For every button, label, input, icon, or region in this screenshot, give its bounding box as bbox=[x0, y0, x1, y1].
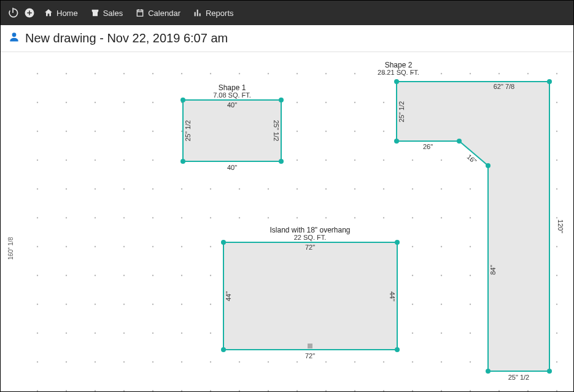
shape-2-area: 28.21 SQ. FT. bbox=[378, 69, 419, 76]
svg-point-57 bbox=[354, 131, 355, 132]
svg-point-199 bbox=[66, 361, 67, 363]
svg-point-115 bbox=[383, 217, 384, 218]
person-icon bbox=[8, 31, 20, 46]
svg-point-125 bbox=[123, 246, 125, 247]
shape-1-dim-bottom: 40" bbox=[227, 164, 237, 171]
svg-point-141 bbox=[37, 275, 38, 276]
drawing-canvas[interactable]: {"startX":60,"startY":35,"step":47,"cols… bbox=[1, 52, 573, 391]
svg-point-50 bbox=[152, 131, 153, 132]
svg-point-180 bbox=[66, 332, 67, 334]
svg-point-225 bbox=[268, 390, 269, 391]
svg-point-79 bbox=[441, 159, 442, 161]
svg-point-83 bbox=[556, 159, 557, 161]
svg-point-253 bbox=[394, 139, 399, 144]
svg-point-210 bbox=[383, 361, 384, 363]
svg-point-201 bbox=[123, 361, 125, 363]
svg-point-244 bbox=[221, 347, 226, 352]
svg-point-165 bbox=[181, 304, 182, 305]
svg-point-15 bbox=[239, 73, 240, 74]
svg-point-51 bbox=[181, 131, 182, 132]
shape-island[interactable]: Island with 18" overhang 22 SQ. FT. 72" … bbox=[221, 226, 400, 359]
svg-point-87 bbox=[123, 188, 125, 190]
svg-point-224 bbox=[239, 390, 240, 391]
svg-point-245 bbox=[395, 347, 400, 352]
nav-sales[interactable]: Sales bbox=[87, 6, 127, 20]
svg-point-31 bbox=[152, 102, 153, 103]
svg-rect-3 bbox=[141, 9, 142, 11]
svg-point-45 bbox=[556, 102, 557, 103]
svg-point-216 bbox=[556, 361, 557, 363]
svg-point-99 bbox=[470, 188, 471, 190]
svg-point-212 bbox=[441, 361, 442, 363]
svg-point-173 bbox=[412, 304, 413, 305]
shape-1-dim-left: 25" 1/2 bbox=[184, 120, 192, 142]
svg-point-122 bbox=[37, 246, 38, 247]
svg-point-116 bbox=[412, 217, 413, 218]
svg-point-113 bbox=[325, 217, 327, 218]
svg-point-202 bbox=[152, 361, 153, 363]
shape-2-dim-top: 62" 7/8 bbox=[494, 83, 515, 90]
svg-point-240 bbox=[279, 159, 284, 164]
svg-point-235 bbox=[556, 390, 557, 391]
svg-point-114 bbox=[354, 217, 355, 218]
shape-2-dim-inner-right: 84" bbox=[489, 265, 497, 275]
svg-point-76 bbox=[354, 159, 355, 161]
svg-point-26 bbox=[556, 73, 557, 74]
shape-1-area: 7.08 SQ. FT. bbox=[213, 91, 251, 99]
svg-point-203 bbox=[181, 361, 182, 363]
svg-point-194 bbox=[470, 332, 471, 334]
svg-point-146 bbox=[181, 275, 182, 276]
svg-point-227 bbox=[325, 390, 327, 391]
svg-point-28 bbox=[66, 102, 67, 103]
svg-point-78 bbox=[412, 159, 413, 161]
svg-rect-241 bbox=[223, 242, 397, 350]
svg-point-238 bbox=[279, 98, 284, 102]
svg-point-252 bbox=[457, 139, 462, 144]
svg-point-213 bbox=[470, 361, 471, 363]
svg-point-112 bbox=[297, 217, 298, 218]
island-area: 22 SQ. FT. bbox=[294, 234, 327, 241]
island-label: Island with 18" overhang bbox=[270, 226, 350, 234]
svg-rect-236 bbox=[183, 100, 281, 161]
svg-point-226 bbox=[297, 390, 298, 391]
svg-point-9 bbox=[66, 73, 67, 74]
svg-point-128 bbox=[210, 246, 211, 247]
svg-point-66 bbox=[66, 159, 67, 161]
shape-1-dim-right: 25" 1/2 bbox=[273, 120, 280, 142]
svg-point-249 bbox=[547, 369, 552, 374]
svg-point-135 bbox=[412, 246, 413, 247]
svg-point-204 bbox=[210, 361, 211, 363]
svg-point-102 bbox=[556, 188, 557, 190]
nav-home[interactable]: Home bbox=[40, 6, 82, 20]
shape-1[interactable]: Shape 1 7.08 SQ. FT. 40" 40" 25" 1/2 25"… bbox=[180, 83, 284, 171]
svg-point-56 bbox=[325, 131, 327, 132]
svg-point-16 bbox=[268, 73, 269, 74]
svg-point-77 bbox=[383, 159, 384, 161]
svg-point-219 bbox=[95, 390, 96, 391]
svg-point-248 bbox=[547, 79, 552, 84]
svg-point-65 bbox=[37, 159, 38, 161]
svg-point-23 bbox=[470, 73, 471, 74]
shape-2-label: Shape 2 bbox=[385, 61, 413, 69]
add-icon[interactable] bbox=[24, 7, 35, 18]
nav-reports[interactable]: Reports bbox=[189, 6, 238, 20]
svg-point-229 bbox=[383, 390, 384, 391]
svg-point-47 bbox=[66, 131, 67, 132]
svg-point-104 bbox=[66, 217, 67, 218]
svg-point-48 bbox=[95, 131, 96, 132]
svg-point-233 bbox=[498, 390, 500, 391]
svg-point-12 bbox=[152, 73, 153, 74]
svg-point-10 bbox=[95, 73, 96, 74]
svg-marker-246 bbox=[397, 82, 549, 371]
svg-point-175 bbox=[470, 304, 471, 305]
svg-point-162 bbox=[95, 304, 96, 305]
calendar-icon bbox=[135, 8, 145, 18]
store-icon bbox=[90, 8, 100, 18]
nav-calendar[interactable]: Calendar bbox=[131, 6, 184, 20]
svg-rect-0 bbox=[12, 8, 14, 13]
svg-point-67 bbox=[95, 159, 96, 161]
shape-1-label: Shape 1 bbox=[219, 83, 246, 92]
svg-point-251 bbox=[486, 163, 491, 168]
handle-icon[interactable] bbox=[308, 344, 312, 348]
app-logo-icon[interactable] bbox=[7, 7, 19, 19]
